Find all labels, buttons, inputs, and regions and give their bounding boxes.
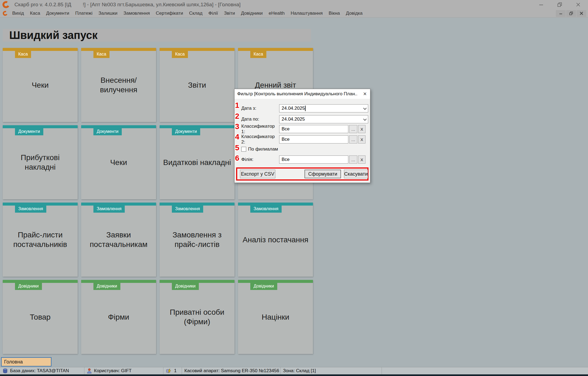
annotation-number-4: 4 xyxy=(235,133,243,141)
tile-15[interactable]: ДовідникиПриватні особи (Фірми) xyxy=(160,280,234,354)
status-user-text: Користувач: GIFT xyxy=(94,368,132,374)
close-icon[interactable] xyxy=(575,2,581,7)
annotation-number-1: 1 xyxy=(235,101,243,110)
menu-item-4[interactable]: Платежі xyxy=(72,9,95,17)
status-cash-register-text: Касовий апарат: Samsung ER-350 №123456 xyxy=(184,368,279,374)
branch-browse-button[interactable]: … xyxy=(349,155,357,164)
branch-value: Все xyxy=(282,157,290,162)
dialog-close-icon[interactable]: × xyxy=(361,90,368,97)
field-date-to: Дата по: 24.04.2025 xyxy=(241,115,368,123)
tile-label: Націнки xyxy=(238,280,313,354)
minimize-icon[interactable] xyxy=(538,2,544,7)
restore-icon[interactable] xyxy=(557,2,562,7)
tile-7[interactable]: ДокументиВидаткові накладні xyxy=(160,125,234,199)
tab-home[interactable]: Головна xyxy=(1,357,51,366)
status-zone: Зона: Склад [1] xyxy=(281,367,382,374)
tile-5[interactable]: ДокументиПрибуткові накладні xyxy=(3,125,78,199)
menu-item-15[interactable]: Довідка xyxy=(343,9,365,17)
classifier2-browse-button[interactable]: … xyxy=(349,135,357,143)
tile-2[interactable]: КасаВнесення/вилучення xyxy=(81,48,156,122)
menu-item-2[interactable]: Каса xyxy=(27,9,43,17)
classifier1-label: Классификатор 1: xyxy=(241,124,279,134)
tile-1[interactable]: КасаЧеки xyxy=(3,48,78,122)
classifier1-browse-button[interactable]: … xyxy=(349,125,357,133)
dialog-title-bar[interactable]: Фильтр [Контроль выполнения Индивидуальн… xyxy=(234,89,370,99)
bottom-edge-strip xyxy=(0,374,588,376)
tile-label: Замовлення з прайс-листів xyxy=(160,203,234,277)
mdi-close-icon[interactable] xyxy=(577,10,586,17)
field-date-from: Дата з: 24.04.2025 xyxy=(241,104,368,112)
menu-item-7[interactable]: Сертифікати xyxy=(153,9,186,17)
classifier2-label: Классификатор 2: xyxy=(241,134,279,145)
menu-item-13[interactable]: Налаштування xyxy=(288,9,326,17)
tile-label: Прайс-листи постачальників xyxy=(3,203,78,277)
tile-11[interactable]: ЗамовленняЗамовлення з прайс-листів xyxy=(160,203,234,277)
user-icon xyxy=(87,368,92,374)
branch-label: Філія: xyxy=(241,157,279,162)
tile-16[interactable]: ДовідникиНацінки xyxy=(238,280,313,354)
status-terminal-count: 1 xyxy=(163,367,182,374)
tile-label: Звіти xyxy=(160,48,234,122)
date-from-input[interactable]: 24.04.2025 xyxy=(279,104,368,112)
date-to-value: 24.04.2025 xyxy=(282,117,305,122)
menu-item-6[interactable]: Замовлення xyxy=(120,9,153,17)
menu-item-1[interactable]: Вихід xyxy=(9,9,27,17)
tile-12[interactable]: ЗамовленняАналіз постачання xyxy=(238,203,313,277)
tile-14[interactable]: ДовідникиФірми xyxy=(81,280,156,354)
tile-9[interactable]: ЗамовленняПрайс-листи постачальників xyxy=(3,203,78,277)
skarb-pro-window: { "window": { "title": "Скарб pro v. 4.0… xyxy=(0,0,588,376)
classifier1-input[interactable]: Все xyxy=(279,125,348,133)
chevron-down-icon[interactable] xyxy=(363,106,367,110)
tile-label: Заявки постачальникам xyxy=(81,203,156,277)
tile-10[interactable]: ЗамовленняЗаявки постачальникам xyxy=(81,203,156,277)
app-logo-icon xyxy=(2,0,11,9)
tile-label: Товар xyxy=(3,280,78,354)
menu-item-9[interactable]: Філії xyxy=(205,9,221,17)
tile-label: Приватні особи (Фірми) xyxy=(160,280,234,354)
menu-item-12[interactable]: eHealth xyxy=(266,9,288,17)
mdi-restore-icon[interactable] xyxy=(566,10,576,17)
annotation-number-6: 6 xyxy=(235,154,243,163)
tile-3[interactable]: КасаЗвіти xyxy=(160,48,234,122)
classifier2-clear-button[interactable]: X xyxy=(358,135,365,143)
menu-item-3[interactable]: Документи xyxy=(43,9,72,17)
classifier2-input[interactable]: Все xyxy=(279,135,348,143)
mdi-minimize-icon[interactable] xyxy=(556,10,566,17)
app-logo-small-icon xyxy=(2,10,8,17)
date-to-label: Дата по: xyxy=(241,117,279,122)
title-bar: Скарб pro v. 4.0.2.85 [ІД !] - [Апт №003… xyxy=(0,0,588,9)
tile-label: Фірми xyxy=(81,280,156,354)
window-title: Скарб pro v. 4.0.2.85 [ІД !] - [Апт №003… xyxy=(14,2,240,8)
filter-dialog: Фильтр [Контроль выполнения Индивидуальн… xyxy=(234,89,370,183)
classifier1-value: Все xyxy=(282,126,290,132)
branch-input[interactable]: Все xyxy=(279,155,348,164)
status-empty xyxy=(382,367,588,374)
by-branches-label: По филиалам xyxy=(248,146,278,152)
branch-clear-button[interactable]: X xyxy=(358,155,365,164)
chevron-down-icon[interactable] xyxy=(363,117,367,121)
menu-item-5[interactable]: Залишки xyxy=(96,9,121,17)
menu-item-14[interactable]: Вікна xyxy=(326,9,343,17)
window-controls xyxy=(538,2,581,7)
status-zone-text: Зона: Склад [1] xyxy=(283,368,316,374)
field-classifier1: Классификатор 1: Все … X xyxy=(241,125,365,133)
field-branch: Філія: Все … X xyxy=(241,155,365,164)
menu-item-11[interactable]: Довідники xyxy=(238,9,266,17)
tile-13[interactable]: ДовідникиТовар xyxy=(3,280,78,354)
cancel-button[interactable]: Скасувати xyxy=(344,170,368,178)
generate-button[interactable]: Сформувати xyxy=(304,170,341,178)
tile-6[interactable]: ДокументиЧеки xyxy=(81,125,156,199)
classifier1-clear-button[interactable]: X xyxy=(358,125,365,133)
tile-label: Чеки xyxy=(3,48,78,122)
status-cash-register: Касовий апарат: Samsung ER-350 №123456 xyxy=(182,367,281,374)
text-caret xyxy=(305,106,306,111)
export-csv-button[interactable]: Експорт у CSV xyxy=(240,170,275,178)
menu-item-8[interactable]: Склад xyxy=(186,9,205,17)
field-by-branches: По филиалам xyxy=(241,146,368,152)
status-terminal-count-text: 1 xyxy=(174,368,176,374)
dialog-title: Фильтр [Контроль выполнения Индивидуальн… xyxy=(237,91,357,97)
menu-item-10[interactable]: Звіти xyxy=(221,9,238,17)
tile-label: Аналіз постачання xyxy=(238,203,313,277)
status-user: Користувач: GIFT xyxy=(84,367,163,374)
date-to-input[interactable]: 24.04.2025 xyxy=(279,115,368,123)
